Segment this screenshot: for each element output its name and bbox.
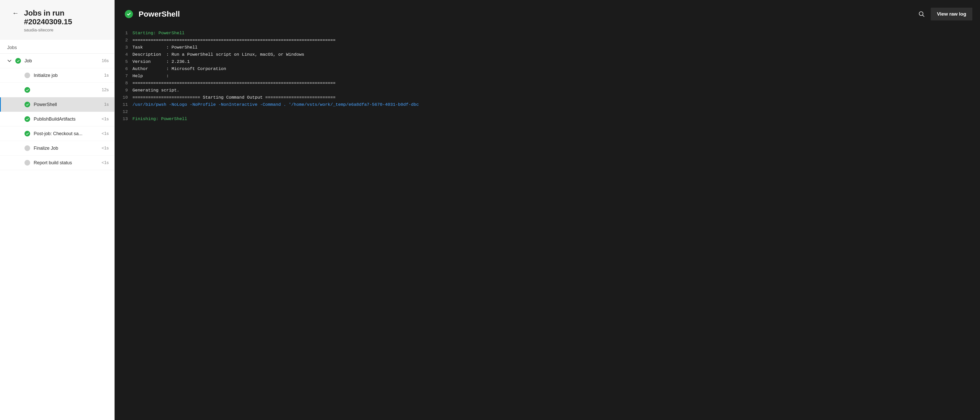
jobs-sidebar: ← Jobs in run #20240309.15 saudia-siteco… bbox=[0, 0, 115, 420]
job-duration: 16s bbox=[102, 58, 109, 63]
step-duration: 1s bbox=[104, 73, 109, 78]
step-duration: <1s bbox=[102, 131, 109, 136]
jobs-tree: Job 16s Initialize job1s12sPowerShell1sP… bbox=[0, 54, 115, 420]
status-success-icon bbox=[15, 58, 21, 64]
status-success-icon bbox=[24, 87, 30, 93]
step-row[interactable]: PublishBuildArtifacts<1s bbox=[0, 112, 115, 126]
step-label: PublishBuildArtifacts bbox=[34, 117, 98, 122]
step-row[interactable]: PowerShell1s bbox=[0, 97, 115, 112]
step-label: Report build status bbox=[34, 160, 98, 166]
sidebar-header: ← Jobs in run #20240309.15 saudia-siteco… bbox=[0, 0, 115, 40]
line-number: 6 bbox=[115, 65, 132, 73]
log-title: PowerShell bbox=[138, 10, 912, 18]
log-line: 7Help : bbox=[115, 73, 980, 80]
line-number: 13 bbox=[115, 115, 132, 123]
log-body[interactable]: 1Starting: PowerShell2==================… bbox=[115, 27, 980, 420]
chevron-down-icon[interactable] bbox=[7, 59, 12, 63]
line-number: 10 bbox=[115, 94, 132, 101]
search-icon[interactable] bbox=[918, 11, 925, 18]
log-text bbox=[132, 108, 980, 115]
svg-point-0 bbox=[919, 12, 923, 16]
status-success-icon bbox=[24, 131, 30, 136]
log-line: 1Starting: PowerShell bbox=[115, 30, 980, 37]
status-idle-icon bbox=[24, 73, 30, 78]
line-number: 7 bbox=[115, 73, 132, 80]
svg-line-1 bbox=[923, 15, 924, 17]
line-number: 11 bbox=[115, 101, 132, 108]
log-text: ========================== Starting Comm… bbox=[132, 94, 980, 101]
step-row[interactable]: 12s bbox=[0, 83, 115, 97]
step-duration: <1s bbox=[102, 145, 109, 151]
step-duration: <1s bbox=[102, 117, 109, 121]
step-label: PowerShell bbox=[34, 102, 100, 107]
sidebar-title-block: Jobs in run #20240309.15 saudia-sitecore bbox=[24, 9, 107, 33]
log-line: 3Task : PowerShell bbox=[115, 44, 980, 51]
log-text: Help : bbox=[132, 73, 980, 80]
log-text: ========================================… bbox=[132, 37, 980, 44]
line-number: 8 bbox=[115, 80, 132, 87]
job-label: Job bbox=[24, 58, 98, 64]
line-number: 4 bbox=[115, 51, 132, 58]
log-text: Version : 2.236.1 bbox=[132, 58, 980, 65]
line-number: 3 bbox=[115, 44, 132, 51]
log-text: /usr/bin/pwsh -NoLogo -NoProfile -NonInt… bbox=[132, 101, 980, 108]
view-raw-log-button[interactable]: View raw log bbox=[931, 8, 972, 21]
status-idle-icon bbox=[24, 145, 30, 151]
status-idle-icon bbox=[24, 160, 30, 166]
log-text: Author : Microsoft Corporation bbox=[132, 65, 980, 73]
step-status-success-icon bbox=[125, 10, 133, 18]
log-line: 10========================== Starting Co… bbox=[115, 94, 980, 101]
line-number: 2 bbox=[115, 37, 132, 44]
log-line: 8=======================================… bbox=[115, 80, 980, 87]
log-pane: PowerShell View raw log 1Starting: Power… bbox=[115, 0, 980, 420]
status-success-icon bbox=[24, 116, 30, 122]
status-success-icon bbox=[24, 102, 30, 107]
log-text: Description : Run a PowerShell script on… bbox=[132, 51, 980, 58]
step-row[interactable]: Post-job: Checkout sa...<1s bbox=[0, 126, 115, 141]
back-arrow-icon[interactable]: ← bbox=[12, 10, 19, 16]
job-row[interactable]: Job 16s bbox=[0, 54, 115, 68]
line-number: 12 bbox=[115, 108, 132, 115]
log-text: Starting: PowerShell bbox=[132, 30, 980, 37]
step-row[interactable]: Report build status<1s bbox=[0, 156, 115, 170]
log-line: 9Generating script. bbox=[115, 87, 980, 94]
sidebar-subtitle: saudia-sitecore bbox=[24, 27, 107, 33]
log-text: Task : PowerShell bbox=[132, 44, 980, 51]
log-line: 6Author : Microsoft Corporation bbox=[115, 65, 980, 73]
log-header: PowerShell View raw log bbox=[115, 0, 980, 27]
step-duration: <1s bbox=[102, 160, 109, 165]
log-text: ========================================… bbox=[132, 80, 980, 87]
sidebar-title: Jobs in run #20240309.15 bbox=[24, 9, 107, 26]
log-line: 12 bbox=[115, 108, 980, 115]
log-text: Finishing: PowerShell bbox=[132, 115, 980, 123]
log-line: 13Finishing: PowerShell bbox=[115, 115, 980, 123]
line-number: 9 bbox=[115, 87, 132, 94]
line-number: 5 bbox=[115, 58, 132, 65]
step-label: Post-job: Checkout sa... bbox=[34, 131, 98, 136]
line-number: 1 bbox=[115, 30, 132, 37]
sidebar-section-label: Jobs bbox=[0, 40, 115, 54]
step-duration: 12s bbox=[102, 87, 109, 93]
log-text: Generating script. bbox=[132, 87, 980, 94]
step-row[interactable]: Finalize Job<1s bbox=[0, 141, 115, 156]
step-row[interactable]: Initialize job1s bbox=[0, 68, 115, 83]
log-line: 5Version : 2.236.1 bbox=[115, 58, 980, 65]
log-line: 2=======================================… bbox=[115, 37, 980, 44]
step-duration: 1s bbox=[104, 102, 109, 107]
step-label: Finalize Job bbox=[34, 145, 98, 151]
log-line: 11/usr/bin/pwsh -NoLogo -NoProfile -NonI… bbox=[115, 101, 980, 108]
step-label: Initialize job bbox=[34, 73, 100, 78]
log-line: 4Description : Run a PowerShell script o… bbox=[115, 51, 980, 58]
